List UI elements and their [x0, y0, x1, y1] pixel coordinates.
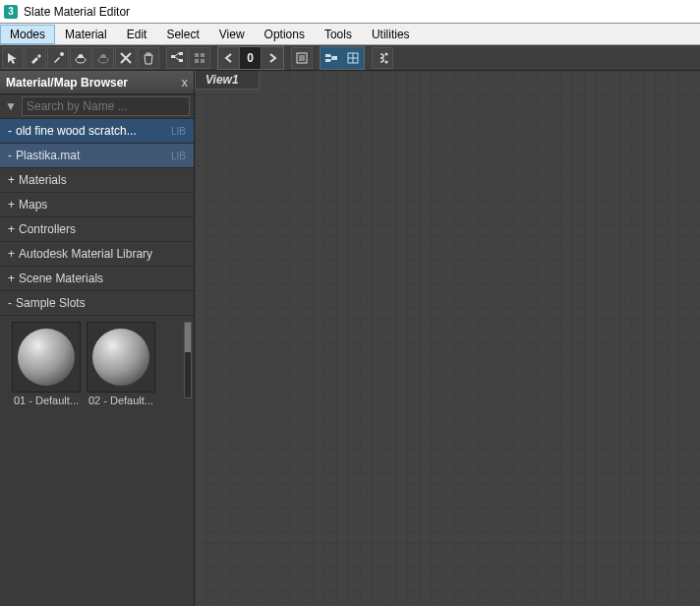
category-maps[interactable]: +Maps [0, 193, 194, 217]
browser-header: Material/Map Browser x [0, 71, 194, 94]
material-browser-panel: Material/Map Browser x ▼ -old fine wood … [0, 71, 195, 606]
window-title: Slate Material Editor [24, 5, 130, 19]
menu-modes[interactable]: Modes [0, 25, 55, 44]
view-tab[interactable]: View1 [195, 71, 260, 90]
move-children-icon[interactable] [166, 47, 188, 69]
library-item[interactable]: -Plastika.mat LIB [0, 144, 194, 168]
category-materials[interactable]: +Materials [0, 168, 194, 193]
svg-rect-7 [201, 53, 204, 57]
svg-rect-5 [179, 59, 183, 62]
svg-rect-3 [171, 55, 175, 58]
search-input[interactable] [22, 96, 190, 116]
eyedropper-icon[interactable] [47, 47, 69, 69]
forward-icon[interactable] [262, 47, 283, 69]
sample-label: 01 - Default... [14, 394, 79, 406]
sample-slots-area: 01 - Default... 02 - Default... [0, 316, 194, 412]
scrollbar-thumb[interactable] [185, 323, 191, 352]
toolbar: 0 [0, 45, 700, 71]
library-tag: LIB [171, 126, 186, 137]
assign-selection-icon[interactable] [92, 47, 114, 69]
menu-options[interactable]: Options [255, 25, 315, 44]
app-logo-icon: 3 [4, 5, 18, 19]
main-area: Material/Map Browser x ▼ -old fine wood … [0, 71, 700, 606]
sample-thumb [87, 322, 155, 393]
sample-thumb [12, 322, 81, 393]
search-row: ▼ [0, 94, 194, 119]
node-canvas[interactable]: View1 [195, 71, 700, 606]
library-label: -old fine wood scratch... [8, 124, 137, 138]
sample-label: 02 - Default... [88, 394, 153, 406]
material-id-icon[interactable] [372, 47, 393, 69]
assign-material-icon[interactable] [70, 47, 91, 69]
titlebar: 3 Slate Material Editor [0, 0, 700, 24]
nav-group: 0 [217, 46, 284, 70]
svg-rect-12 [325, 54, 330, 57]
layout-children-icon[interactable] [342, 47, 364, 69]
svg-point-16 [385, 52, 388, 55]
menu-select[interactable]: Select [156, 25, 208, 44]
category-sample-slots[interactable]: -Sample Slots [0, 291, 194, 316]
svg-rect-6 [195, 53, 199, 57]
layout-all-icon[interactable] [321, 47, 342, 69]
svg-rect-13 [325, 59, 330, 62]
cursor-icon[interactable] [2, 47, 24, 69]
delete-icon[interactable] [115, 47, 137, 69]
slots-scrollbar[interactable] [184, 322, 192, 398]
menu-material[interactable]: Material [55, 25, 117, 44]
sibling-index[interactable]: 0 [240, 47, 262, 69]
trash-icon[interactable] [138, 47, 159, 69]
svg-rect-9 [201, 59, 204, 63]
svg-rect-8 [195, 59, 199, 63]
sphere-icon [18, 329, 75, 386]
category-autodesk-library[interactable]: +Autodesk Material Library [0, 242, 194, 267]
menu-edit[interactable]: Edit [117, 25, 157, 44]
sample-slot[interactable]: 01 - Default... [12, 322, 81, 406]
show-map-icon[interactable] [291, 47, 313, 69]
picker-icon[interactable] [25, 47, 46, 69]
menubar: Modes Material Edit Select View Options … [0, 24, 700, 45]
menu-utilities[interactable]: Utilities [362, 25, 420, 44]
svg-point-17 [385, 60, 388, 63]
svg-rect-11 [299, 55, 305, 61]
library-tag: LIB [171, 151, 186, 161]
category-controllers[interactable]: +Controllers [0, 217, 194, 242]
browser-title: Material/Map Browser [6, 76, 128, 90]
menu-view[interactable]: View [209, 25, 255, 44]
close-icon[interactable]: x [182, 75, 189, 90]
svg-rect-14 [332, 56, 337, 60]
library-item[interactable]: -old fine wood scratch... LIB [0, 119, 194, 144]
svg-rect-4 [179, 52, 183, 55]
library-label: -Plastika.mat [8, 149, 80, 162]
search-options-icon[interactable]: ▼ [4, 99, 18, 113]
svg-point-0 [60, 52, 64, 56]
sample-slot[interactable]: 02 - Default... [87, 322, 155, 406]
layout-group [320, 46, 365, 70]
category-scene-materials[interactable]: +Scene Materials [0, 267, 194, 291]
back-icon[interactable] [218, 47, 240, 69]
sphere-icon [92, 329, 149, 386]
menu-tools[interactable]: Tools [315, 25, 362, 44]
hide-unused-icon[interactable] [189, 47, 210, 69]
